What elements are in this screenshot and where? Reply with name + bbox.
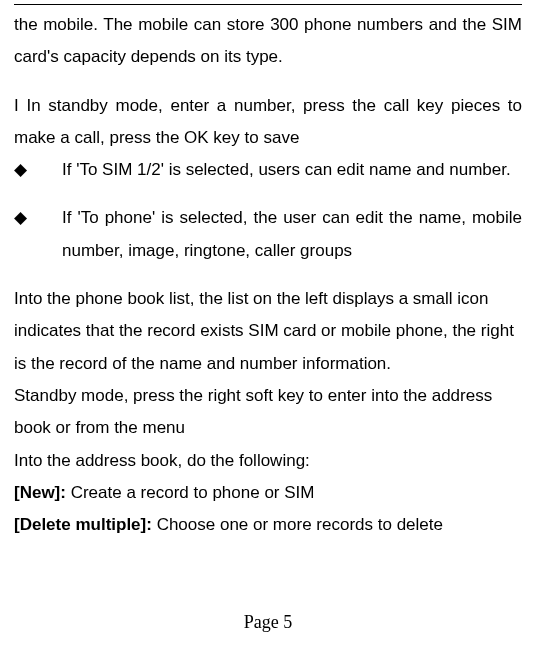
label-new: [New]: [14, 483, 71, 502]
block-phonebook: Into the phone book list, the list on th… [14, 283, 522, 541]
page-number: Page 5 [0, 605, 536, 639]
paragraph-phonebook-b: Standby mode, press the right soft key t… [14, 380, 522, 445]
diamond-icon: ◆ [14, 202, 62, 234]
text-delete-multiple: Choose one or more records to delete [157, 515, 443, 534]
bullet-sim: ◆ If 'To SIM 1/2' is selected, users can… [14, 154, 522, 186]
text-new: Create a record to phone or SIM [71, 483, 315, 502]
item-new: [New]: Create a record to phone or SIM [14, 477, 522, 509]
item-delete-multiple: [Delete multiple]: Choose one or more re… [14, 509, 522, 541]
bullet-phone: ◆ If 'To phone' is selected, the user ca… [14, 202, 522, 267]
block-standby-sim: I In standby mode, enter a number, press… [14, 90, 522, 187]
label-delete-multiple: [Delete multiple]: [14, 515, 157, 534]
paragraph-phonebook-c: Into the address book, do the following: [14, 445, 522, 477]
bullet-sim-text: If 'To SIM 1/2' is selected, users can e… [62, 154, 522, 186]
block-phone: ◆ If 'To phone' is selected, the user ca… [14, 202, 522, 267]
paragraph-intro: the mobile. The mobile can store 300 pho… [14, 9, 522, 74]
page: the mobile. The mobile can store 300 pho… [0, 0, 536, 649]
paragraph-standby: I In standby mode, enter a number, press… [14, 90, 522, 155]
header-rule [14, 4, 522, 5]
diamond-icon: ◆ [14, 154, 62, 186]
bullet-phone-text: If 'To phone' is selected, the user can … [62, 202, 522, 267]
paragraph-phonebook-a: Into the phone book list, the list on th… [14, 283, 522, 380]
